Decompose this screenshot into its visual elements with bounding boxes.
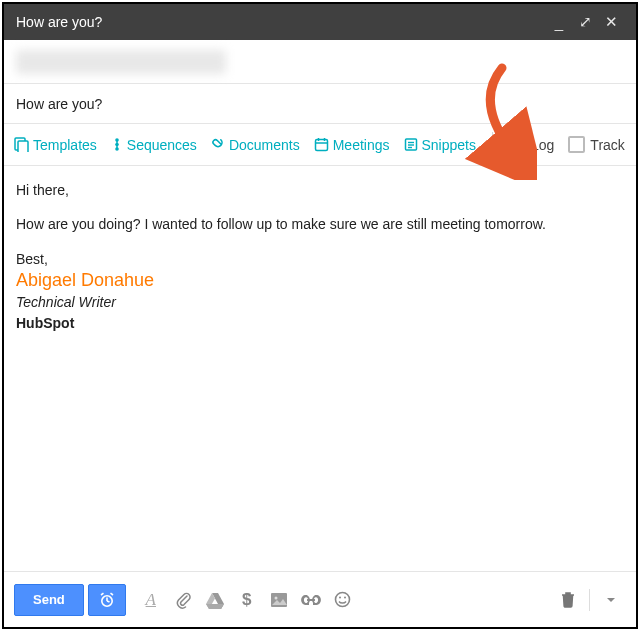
formatting-button[interactable]: A	[136, 584, 166, 616]
svg-line-16	[107, 601, 110, 602]
more-options-button[interactable]	[596, 584, 626, 616]
signature-title: Technical Writer	[16, 292, 624, 312]
body-paragraph: How are you doing? I wanted to follow up…	[16, 214, 624, 234]
svg-point-20	[274, 596, 277, 599]
body-closing: Best,	[16, 249, 624, 269]
svg-rect-6	[315, 140, 327, 151]
body-greeting: Hi there,	[16, 180, 624, 200]
hubspot-toolbar: Templates Sequences Documents Meetings S…	[4, 124, 636, 166]
insert-drive-button[interactable]	[200, 584, 230, 616]
checkbox-icon	[568, 136, 585, 153]
link-icon	[301, 594, 321, 606]
send-button[interactable]: Send	[14, 584, 84, 616]
titlebar: How are you? _ ⤢ ✕	[4, 4, 636, 40]
svg-line-17	[101, 593, 104, 595]
trash-icon	[561, 591, 575, 608]
google-drive-icon	[205, 591, 225, 609]
insert-money-button[interactable]: $	[232, 584, 262, 616]
email-body[interactable]: Hi there, How are you doing? I wanted to…	[4, 166, 636, 571]
signature-company: HubSpot	[16, 313, 624, 333]
discard-draft-button[interactable]	[553, 584, 583, 616]
smiley-icon	[334, 591, 351, 608]
footer-separator	[589, 589, 590, 611]
toolbar-separator	[492, 132, 493, 158]
subject-text: How are you?	[16, 96, 102, 112]
documents-label: Documents	[229, 137, 300, 153]
snippets-icon	[404, 137, 418, 152]
svg-point-25	[339, 597, 341, 599]
meetings-button[interactable]: Meetings	[314, 137, 390, 153]
signature-name: Abigael Donahue	[16, 269, 624, 292]
compose-window: How are you? _ ⤢ ✕ How are you? Template…	[2, 2, 638, 629]
insert-emoji-button[interactable]	[328, 584, 358, 616]
svg-rect-1	[18, 141, 28, 152]
sequences-label: Sequences	[127, 137, 197, 153]
subject-row[interactable]: How are you?	[4, 84, 636, 124]
log-checkbox[interactable]: Log	[509, 136, 554, 153]
recipient-chip-redacted	[16, 50, 226, 74]
close-icon[interactable]: ✕	[598, 13, 624, 31]
documents-icon	[211, 137, 225, 152]
svg-line-18	[110, 593, 113, 595]
caret-down-icon	[606, 597, 616, 603]
compose-footer: Send A $	[4, 571, 636, 627]
insert-photo-button[interactable]	[264, 584, 294, 616]
track-label: Track	[590, 137, 624, 153]
templates-label: Templates	[33, 137, 97, 153]
snippets-button[interactable]: Snippets	[404, 137, 476, 153]
log-label: Log	[531, 137, 554, 153]
insert-link-button[interactable]	[296, 584, 326, 616]
svg-point-24	[336, 593, 350, 607]
track-checkbox[interactable]: Track	[568, 136, 624, 153]
attach-file-button[interactable]	[168, 584, 198, 616]
paperclip-icon	[175, 591, 191, 609]
templates-icon	[14, 137, 29, 152]
templates-button[interactable]: Templates	[14, 137, 97, 153]
svg-point-26	[344, 597, 346, 599]
sequences-button[interactable]: Sequences	[111, 137, 197, 153]
alarm-clock-icon	[98, 591, 116, 609]
meetings-label: Meetings	[333, 137, 390, 153]
sequences-icon	[111, 137, 123, 152]
snippets-label: Snippets	[422, 137, 476, 153]
window-title: How are you?	[16, 14, 102, 30]
meetings-icon	[314, 137, 329, 152]
minimize-icon[interactable]: _	[546, 14, 572, 31]
recipients-row[interactable]	[4, 40, 636, 84]
expand-icon[interactable]: ⤢	[572, 13, 598, 31]
checkbox-icon	[509, 136, 526, 153]
schedule-send-button[interactable]	[88, 584, 126, 616]
documents-button[interactable]: Documents	[211, 137, 300, 153]
image-icon	[270, 592, 288, 608]
